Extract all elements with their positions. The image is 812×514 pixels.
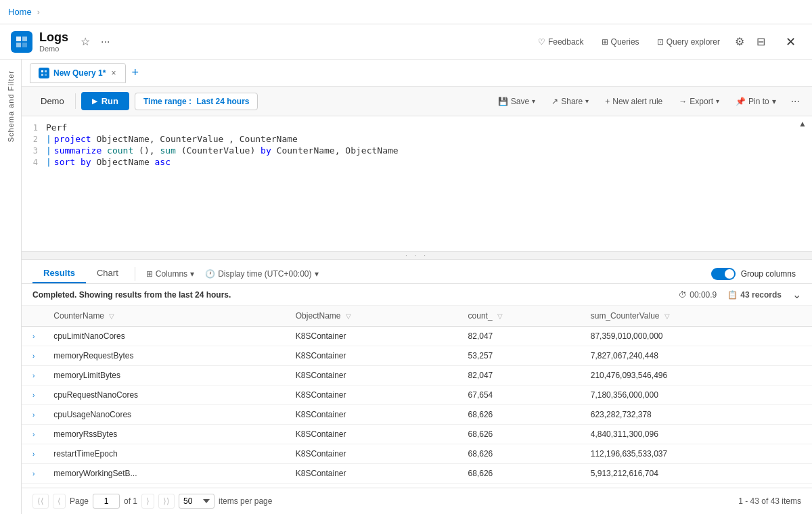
sum-filter-icon[interactable]: ▽ [664,312,670,320]
schema-filter-label[interactable]: Schema and Filter [7,60,15,153]
expand-row-button[interactable]: › [30,470,37,477]
table-row: › memoryRssBytes K8SContainer 68,626 4,8… [22,425,812,444]
layout-button[interactable]: ⊟ [754,34,768,49]
time-range-value: Last 24 hours [196,97,249,106]
app-header: Logs Demo ☆ ··· ♡ Feedback ⊞ Queries ⊡ Q… [0,24,812,60]
settings-button[interactable]: ⚙ [732,34,747,49]
object-name-cell: K8SContainer [288,346,460,366]
run-label: Run [102,96,118,106]
count-filter-icon[interactable]: ▽ [497,312,503,320]
records-icon: 📋 [727,290,738,300]
expand-row-button[interactable]: › [30,372,37,379]
columns-button[interactable]: ⊞ Columns ▾ [141,266,200,281]
counter-name-cell: memoryRssBytes [45,425,287,444]
svg-rect-0 [16,37,21,41]
queries-button[interactable]: ⊞ Queries [596,34,645,50]
tab-bar: New Query 1* × + [30,63,144,83]
query-toolbar: Demo ▶ Run Time range : Last 24 hours 💾 … [22,87,812,116]
export-label: Export [690,97,713,106]
tab-toolbar: New Query 1* × + [22,60,812,87]
counter-name-cell: memoryLimitBytes [45,366,287,386]
data-table-container: CounterName ▽ ObjectName ▽ count_ ▽ [22,306,812,488]
records-count: 43 records [740,290,782,300]
new-alert-button[interactable]: + New alert rule [600,93,668,110]
expand-row-button[interactable]: › [30,352,37,360]
count-cell: 82,047 [460,327,583,346]
app-title-group: Logs Demo [39,30,68,53]
resize-handle[interactable]: · · · [22,252,812,260]
save-label: Save [511,97,529,106]
sum-cell: 7,827,067,240,448 [583,346,812,366]
home-link[interactable]: Home [8,7,32,17]
share-icon: ↗ [551,97,558,106]
svg-rect-7 [45,74,47,76]
expand-row-button[interactable]: › [30,392,37,399]
close-button[interactable]: ✕ [780,32,801,52]
feedback-icon: ♡ [538,37,545,47]
pagination-info: 1 - 43 of 43 items [738,496,801,506]
tab-results[interactable]: Results [32,264,86,283]
group-columns-toggle[interactable] [711,268,736,280]
time-range-button[interactable]: Time range : Last 24 hours [135,93,258,110]
queries-label: Queries [611,37,639,47]
share-button[interactable]: ↗ Share ▾ [546,93,594,110]
time-badge: ⏱ 00:00.9 [679,290,717,300]
svg-rect-3 [22,43,27,47]
items-per-page-select[interactable]: 50 100 200 [179,494,215,509]
sum-cell: 112,196,635,533,037 [583,444,812,464]
count-cell: 53,257 [460,346,583,366]
run-icon: ▶ [92,97,97,105]
collapse-editor-button[interactable]: ▲ [798,119,807,128]
query-tab-1[interactable]: New Query 1* × [30,63,126,83]
results-tabs: Results Chart ⊞ Columns ▾ 🕐 Display time… [22,260,812,284]
export-button[interactable]: → Export ▾ [673,93,725,110]
next-page-button[interactable]: ⟩ [141,494,154,509]
last-page-button[interactable]: ⟩⟩ [158,494,175,509]
expand-row-button[interactable]: › [30,411,37,419]
favorite-button[interactable]: ☆ [78,34,93,49]
breadcrumb-bar: Home › [0,0,812,24]
expand-cell: › [22,425,45,444]
pin-to-button[interactable]: 📌 Pin to ▾ [730,93,782,110]
code-text-4: sort by ObjectName asc [54,157,171,167]
header-more-button[interactable]: ··· [98,34,112,49]
expand-row-button[interactable]: › [30,431,37,438]
expand-cell: › [22,464,45,484]
prev-page-button[interactable]: ⟨ [53,494,66,509]
save-button[interactable]: 💾 Save ▾ [493,93,541,110]
sum-header: sum_CounterValue ▽ [583,306,812,327]
table-row: › cpuUsageNanoCores K8SContainer 68,626 … [22,405,812,425]
columns-icon: ⊞ [146,269,153,279]
expand-row-button[interactable]: › [30,333,37,340]
table-row: › cpuLimitNanoCores K8SContainer 82,047 … [22,327,812,346]
display-time-button[interactable]: 🕐 Display time (UTC+00:00) ▾ [200,266,323,281]
add-tab-button[interactable]: + [126,63,144,83]
close-tab-button[interactable]: × [110,68,117,78]
queries-icon: ⊞ [602,37,608,47]
query-explorer-button[interactable]: ⊡ Query explorer [652,34,725,50]
expand-row-button[interactable]: › [30,450,37,458]
tab-chart[interactable]: Chart [86,264,129,283]
export-dropdown-icon: ▾ [716,97,719,105]
counter-name-cell: cpuLimitNanoCores [45,327,287,346]
code-editor[interactable]: ▲ 1 Perf 2 | project ObjectName, Counter… [22,116,812,252]
counter-name-cell: memoryRequestBytes [45,346,287,366]
run-button[interactable]: ▶ Run [81,92,129,110]
counter-name-cell: cpuUsageNanoCores [45,405,287,425]
sum-cell: 87,359,010,000,000 [583,327,812,346]
svg-rect-2 [16,43,21,47]
toolbar-more-button[interactable]: ··· [787,93,804,110]
content-area: Schema and Filter New Query 1* × + [0,60,812,514]
page-input[interactable] [93,494,120,509]
feedback-button[interactable]: ♡ Feedback [533,34,589,50]
new-alert-label: New alert rule [612,97,662,106]
header-icons: ☆ ··· [78,34,112,49]
first-page-button[interactable]: ⟨⟨ [32,494,49,509]
sum-cell: 210,476,093,546,496 [583,366,812,386]
timer-icon: ⏱ [679,290,687,300]
app-logo [11,31,32,53]
counter-name-filter-icon[interactable]: ▽ [109,312,114,320]
expand-results-button[interactable]: ⌄ [792,288,801,301]
table-row: › restartTimeEpoch K8SContainer 68,626 1… [22,444,812,464]
object-name-filter-icon[interactable]: ▽ [346,312,351,320]
